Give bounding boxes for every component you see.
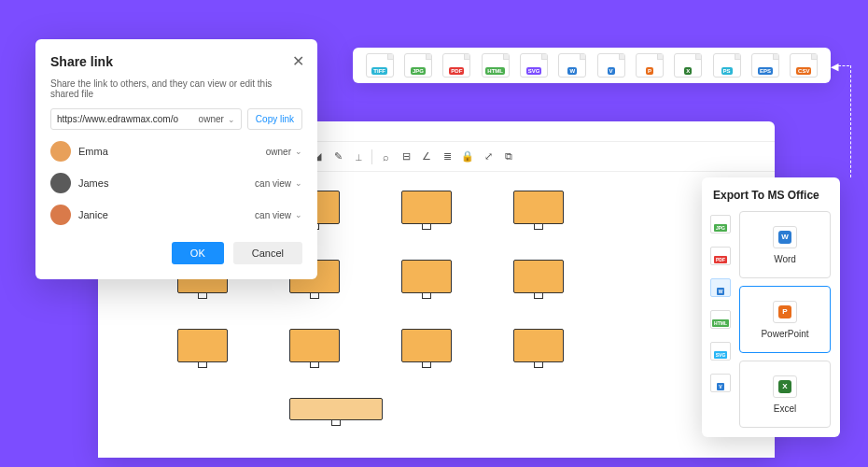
connector-line <box>850 65 851 177</box>
monitor-shape[interactable] <box>513 260 564 299</box>
format-chip-v[interactable]: V <box>597 53 625 78</box>
export-card-label: Excel <box>774 403 796 414</box>
format-chip-x[interactable]: X <box>674 53 702 78</box>
format-chip-csv[interactable]: CSV <box>790 53 818 78</box>
format-chip-tiff[interactable]: TIFF <box>366 53 394 78</box>
monitor-shape[interactable] <box>177 329 228 368</box>
avatar <box>50 141 71 162</box>
layers-icon[interactable]: ≣ <box>438 148 456 166</box>
file-icon: W <box>773 226 797 248</box>
chevron-down-icon: ⌄ <box>295 147 302 156</box>
export-side-html[interactable]: HTML <box>710 310 731 329</box>
avatar <box>50 173 71 193</box>
monitor-shape[interactable] <box>513 329 564 368</box>
user-name: James <box>78 177 108 189</box>
format-chip-svg[interactable]: SVG <box>520 53 548 78</box>
export-format-sidebar: JPGPDFWHTMLSVGV <box>702 211 739 428</box>
format-chip-pdf[interactable]: PDF <box>442 53 470 78</box>
ok-button[interactable]: OK <box>172 242 224 264</box>
user-row: James can view ⌄ <box>50 173 302 193</box>
file-icon: P <box>773 301 797 323</box>
more-icon[interactable]: ⧉ <box>499 148 518 166</box>
export-side-w[interactable]: W <box>710 278 731 297</box>
export-format-bar: TIFFJPGPDFHTMLSVGWVPXPSEPSCSV <box>353 48 831 83</box>
share-url-input[interactable]: https://www.edrawmax.com/online/fil owne… <box>50 108 242 130</box>
file-icon: X <box>773 375 797 398</box>
chevron-down-icon: ⌄ <box>295 178 302 188</box>
search-icon[interactable]: ⌕ <box>376 148 395 166</box>
export-card-label: PowerPoint <box>761 329 808 339</box>
export-cards: W Word P PowerPoint X Excel <box>739 211 840 428</box>
edit-icon[interactable]: ∠ <box>417 148 436 166</box>
export-card-powerpoint[interactable]: P PowerPoint <box>739 286 831 353</box>
format-chip-p[interactable]: P <box>636 53 664 78</box>
stroke-icon[interactable]: ✎ <box>329 148 347 166</box>
permission-select[interactable]: can view ⌄ <box>255 210 302 220</box>
monitor-shape[interactable] <box>401 191 452 230</box>
url-permission-select[interactable]: owner ⌄ <box>199 114 235 124</box>
format-chip-w[interactable]: W <box>558 53 586 78</box>
arrow-left-icon: ◀ <box>831 61 838 73</box>
user-name: Emma <box>78 146 108 157</box>
format-chip-eps[interactable]: EPS <box>751 53 779 78</box>
export-panel: Export To MS Office JPGPDFWHTMLSVGV W Wo… <box>702 177 840 437</box>
copy-link-button[interactable]: Copy link <box>247 108 302 130</box>
connector-line <box>838 65 849 66</box>
monitor-shape[interactable] <box>289 329 340 368</box>
permission-select[interactable]: can view ⌄ <box>255 178 302 189</box>
chevron-down-icon: ⌄ <box>295 210 302 219</box>
crop-icon[interactable]: ⟂ <box>349 148 368 166</box>
monitor-shape[interactable] <box>401 329 452 368</box>
export-side-jpg[interactable]: JPG <box>710 215 731 234</box>
cancel-button[interactable]: Cancel <box>233 242 302 264</box>
format-chip-jpg[interactable]: JPG <box>404 53 432 78</box>
minus-icon[interactable]: ⊟ <box>397 148 415 166</box>
format-chip-ps[interactable]: PS <box>713 53 741 78</box>
expand-icon[interactable]: ⤢ <box>479 148 497 166</box>
monitor-shape[interactable] <box>401 260 452 299</box>
export-side-svg[interactable]: SVG <box>710 342 731 361</box>
export-panel-title: Export To MS Office <box>702 187 840 211</box>
share-url-text: https://www.edrawmax.com/online/fil <box>57 114 178 124</box>
teacher-desk-shape[interactable] <box>289 398 383 426</box>
close-icon[interactable]: ✕ <box>292 52 304 70</box>
avatar <box>50 205 71 225</box>
share-dialog-title: Share link <box>50 54 302 69</box>
share-dialog: Share link ✕ Share the link to others, a… <box>35 39 317 279</box>
user-row: Emma owner ⌄ <box>50 141 302 162</box>
lock-icon[interactable]: 🔒 <box>458 148 477 166</box>
monitor-shape[interactable] <box>513 191 564 230</box>
chevron-down-icon: ⌄ <box>228 115 235 124</box>
export-card-word[interactable]: W Word <box>739 211 831 278</box>
format-chip-html[interactable]: HTML <box>482 53 510 78</box>
export-card-excel[interactable]: X Excel <box>739 361 831 428</box>
user-name: Janice <box>78 209 108 220</box>
share-subtitle: Share the link to others, and they can v… <box>50 78 302 99</box>
export-side-pdf[interactable]: PDF <box>710 247 731 265</box>
user-row: Janice can view ⌄ <box>50 205 302 225</box>
export-card-label: Word <box>774 254 796 264</box>
export-side-v[interactable]: V <box>710 374 731 392</box>
separator <box>371 149 372 164</box>
permission-select[interactable]: owner ⌄ <box>266 147 302 157</box>
